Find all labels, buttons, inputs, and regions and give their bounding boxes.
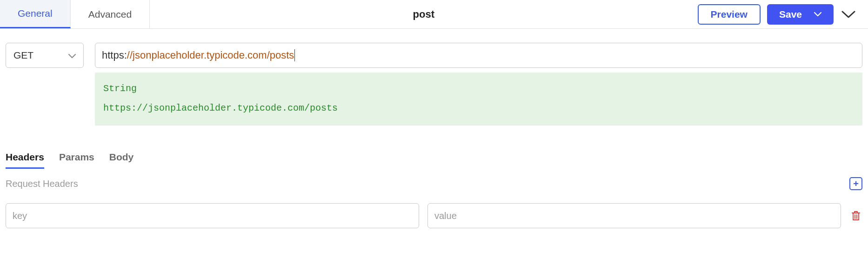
url-input[interactable]: https://jsonplaceholder.typicode.com/pos… xyxy=(95,43,862,68)
page-title-text: post xyxy=(413,8,434,20)
save-button-label: Save xyxy=(779,9,802,20)
text-cursor xyxy=(294,49,295,61)
top-bar: General Advanced post Preview Save xyxy=(0,0,868,29)
url-column: https://jsonplaceholder.typicode.com/pos… xyxy=(95,43,862,126)
hint-value: https://jsonplaceholder.typicode.com/pos… xyxy=(103,99,854,117)
header-key-input[interactable] xyxy=(6,203,419,228)
preview-button[interactable]: Preview xyxy=(698,4,761,25)
chevron-down-icon xyxy=(814,12,821,17)
delete-header-button[interactable] xyxy=(849,210,862,221)
tab-advanced[interactable]: Advanced xyxy=(71,0,150,28)
top-actions: Preview Save xyxy=(698,0,868,28)
subtab-headers-label: Headers xyxy=(6,152,44,162)
header-value-input[interactable] xyxy=(427,203,841,228)
hint-type: String xyxy=(103,80,854,98)
evaluation-hint: String https://jsonplaceholder.typicode.… xyxy=(95,73,862,126)
headers-section-label-row: Request Headers + xyxy=(0,169,868,190)
subtab-params-label: Params xyxy=(59,152,94,162)
subtab-headers[interactable]: Headers xyxy=(6,152,44,169)
headers-section-label: Request Headers xyxy=(6,179,78,189)
save-button[interactable]: Save xyxy=(767,4,834,25)
expand-toggle[interactable] xyxy=(840,10,857,19)
http-method-value: GET xyxy=(13,50,33,61)
add-header-button[interactable]: + xyxy=(849,177,862,190)
tab-advanced-label: Advanced xyxy=(88,9,132,20)
header-row xyxy=(0,190,868,228)
page-title: post xyxy=(150,0,697,28)
chevron-down-icon xyxy=(68,50,76,61)
url-rest: //jsonplaceholder.typicode.com/posts xyxy=(127,49,294,61)
subtab-body-label: Body xyxy=(109,152,134,162)
request-row: GET https://jsonplaceholder.typicode.com… xyxy=(0,29,868,126)
url-scheme: https: xyxy=(102,49,127,61)
tab-general[interactable]: General xyxy=(0,0,71,28)
sub-tabs: Headers Params Body xyxy=(0,126,868,169)
subtab-body[interactable]: Body xyxy=(109,152,134,169)
preview-button-label: Preview xyxy=(711,9,748,20)
trash-icon xyxy=(851,210,861,221)
plus-icon: + xyxy=(853,179,859,188)
top-tabs: General Advanced xyxy=(0,0,150,28)
subtab-params[interactable]: Params xyxy=(59,152,94,169)
http-method-select[interactable]: GET xyxy=(6,43,84,68)
tab-general-label: General xyxy=(18,8,53,19)
